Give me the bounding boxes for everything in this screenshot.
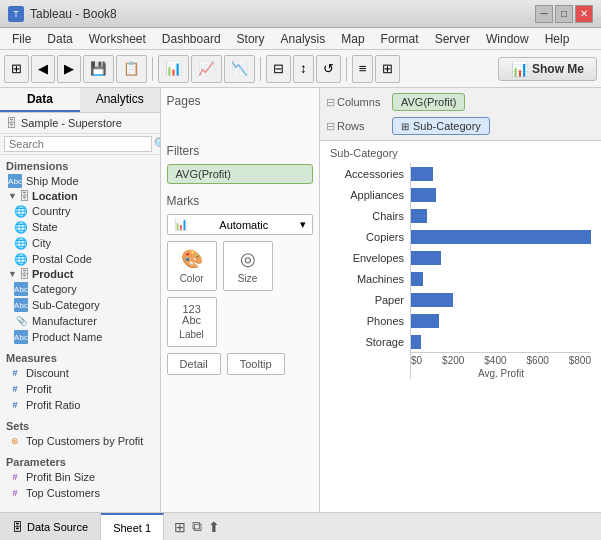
dimensions-header: Dimensions xyxy=(6,157,154,173)
right-panel: ⊟ Columns AVG(Profit) ⊟ Rows ⊞ Sub-Categ… xyxy=(320,88,601,512)
tab-data[interactable]: Data xyxy=(0,88,80,112)
tab-data-source[interactable]: 🗄 Data Source xyxy=(0,513,101,540)
group-location-icon: 🗄 xyxy=(19,190,30,202)
toolbar-export-btn[interactable]: 📋 xyxy=(116,55,147,83)
filter-pill[interactable]: AVG(Profit) xyxy=(167,164,313,184)
field-top-customers-param[interactable]: # Top Customers xyxy=(6,485,154,501)
status-icons: ⊞ ⧉ ⬆ xyxy=(164,518,230,535)
menu-dashboard[interactable]: Dashboard xyxy=(154,30,229,48)
field-sub-category[interactable]: Abc Sub-Category xyxy=(12,297,154,313)
field-ship-mode[interactable]: Abc Ship Mode xyxy=(6,173,154,189)
menu-map[interactable]: Map xyxy=(333,30,372,48)
toolbar-refresh-btn[interactable]: ↺ xyxy=(316,55,341,83)
window-controls[interactable]: ─ □ ✕ xyxy=(535,5,593,23)
marks-icon: 📊 xyxy=(174,218,188,231)
group-product-icon: 🗄 xyxy=(19,268,30,280)
marks-type-dropdown[interactable]: 📊 Automatic ▾ xyxy=(167,214,313,235)
toolbar-back-btn[interactable]: ◀ xyxy=(31,55,55,83)
field-country[interactable]: 🌐 Country xyxy=(12,203,154,219)
size-button[interactable]: ◎ Size xyxy=(223,241,273,291)
menu-story[interactable]: Story xyxy=(229,30,273,48)
bar-phones xyxy=(411,310,591,331)
toolbar-chart-btn[interactable]: 📊 xyxy=(158,55,189,83)
menu-window[interactable]: Window xyxy=(478,30,537,48)
set-icon: ⊛ xyxy=(8,434,22,448)
data-source-name[interactable]: Sample - Superstore xyxy=(21,117,122,129)
group-product[interactable]: ▼ 🗄 Product xyxy=(6,267,154,281)
bar-appliances-fill xyxy=(411,188,436,202)
duplicate-sheet-icon[interactable]: ⧉ xyxy=(192,518,202,535)
field-category[interactable]: Abc Category xyxy=(12,281,154,297)
field-manufacturer[interactable]: 📎 Manufacturer xyxy=(12,313,154,329)
pages-label: Pages xyxy=(167,94,313,108)
bar-paper xyxy=(411,289,591,310)
field-top-customers[interactable]: ⊛ Top Customers by Profit xyxy=(6,433,154,449)
field-discount[interactable]: # Discount xyxy=(6,365,154,381)
tab-sheet1[interactable]: Sheet 1 xyxy=(101,513,164,540)
export-sheet-icon[interactable]: ⬆ xyxy=(208,519,220,535)
menu-analysis[interactable]: Analysis xyxy=(273,30,334,48)
chart-bars-container: $0 $200 $400 $600 $800 Avg. Profit xyxy=(410,163,591,379)
hash-icon: # xyxy=(8,470,22,484)
columns-pill[interactable]: AVG(Profit) xyxy=(392,93,465,111)
menu-server[interactable]: Server xyxy=(427,30,478,48)
label-copiers: Copiers xyxy=(330,226,410,247)
x-axis: $0 $200 $400 $600 $800 xyxy=(411,352,591,368)
color-button[interactable]: 🎨 Color xyxy=(167,241,217,291)
toolbar-chart3-btn[interactable]: 📉 xyxy=(224,55,255,83)
toolbar-forward-btn[interactable]: ▶ xyxy=(57,55,81,83)
field-state[interactable]: 🌐 State xyxy=(12,219,154,235)
hash-icon: # xyxy=(8,398,22,412)
label-button[interactable]: 123Abc Label xyxy=(167,297,217,347)
close-button[interactable]: ✕ xyxy=(575,5,593,23)
field-product-name[interactable]: Abc Product Name xyxy=(12,329,154,345)
toolbar-sep1 xyxy=(152,57,153,81)
bar-envelopes xyxy=(411,247,591,268)
maximize-button[interactable]: □ xyxy=(555,5,573,23)
detail-button[interactable]: Detail xyxy=(167,353,221,375)
data-source-label: 🗄 Sample - Superstore xyxy=(0,113,160,134)
field-profit-ratio[interactable]: # Profit Ratio xyxy=(6,397,154,413)
dropdown-arrow-icon: ▾ xyxy=(300,218,306,231)
tab-analytics[interactable]: Analytics xyxy=(80,88,160,112)
size-icon: ◎ xyxy=(240,248,256,270)
toolbar-chart2-btn[interactable]: 📈 xyxy=(191,55,222,83)
geo-icon: 🌐 xyxy=(14,252,28,266)
field-profit[interactable]: # Profit xyxy=(6,381,154,397)
field-postal-code[interactable]: 🌐 Postal Code xyxy=(12,251,154,267)
menu-file[interactable]: File xyxy=(4,30,39,48)
menu-worksheet[interactable]: Worksheet xyxy=(81,30,154,48)
menu-data[interactable]: Data xyxy=(39,30,80,48)
toolbar-sort-btn[interactable]: ↕ xyxy=(293,55,314,83)
field-profit-bin-size[interactable]: # Profit Bin Size xyxy=(6,469,154,485)
tooltip-button[interactable]: Tooltip xyxy=(227,353,285,375)
field-city[interactable]: 🌐 City xyxy=(12,235,154,251)
menu-help[interactable]: Help xyxy=(537,30,578,48)
toolbar-label-btn[interactable]: ≡ xyxy=(352,55,374,83)
bar-copiers xyxy=(411,226,591,247)
toolbar-home-btn[interactable]: ⊞ xyxy=(4,55,29,83)
toolbar-filter-btn[interactable]: ⊟ xyxy=(266,55,291,83)
group-location[interactable]: ▼ 🗄 Location xyxy=(6,189,154,203)
rows-pill-label: Sub-Category xyxy=(413,120,481,132)
show-me-button[interactable]: 📊 Show Me xyxy=(498,57,597,81)
abc-icon: Abc xyxy=(14,330,28,344)
panel-tabs: Data Analytics xyxy=(0,88,160,113)
geo-icon: 🌐 xyxy=(14,220,28,234)
toolbar: ⊞ ◀ ▶ 💾 📋 📊 📈 📉 ⊟ ↕ ↺ ≡ ⊞ 📊 Show Me xyxy=(0,50,601,88)
marks-buttons: 🎨 Color ◎ Size 123Abc Label xyxy=(167,241,313,347)
detail-row: Detail Tooltip xyxy=(167,353,313,375)
minimize-button[interactable]: ─ xyxy=(535,5,553,23)
bar-accessories xyxy=(411,163,591,184)
rows-pill[interactable]: ⊞ Sub-Category xyxy=(392,117,490,135)
show-me-label: Show Me xyxy=(532,62,584,76)
title-bar-left: T Tableau - Book8 xyxy=(8,6,117,22)
toolbar-save-btn[interactable]: 💾 xyxy=(83,55,114,83)
add-sheet-icon[interactable]: ⊞ xyxy=(174,519,186,535)
bar-accessories-fill xyxy=(411,167,433,181)
search-input[interactable] xyxy=(4,136,152,152)
toolbar-fix-btn[interactable]: ⊞ xyxy=(375,55,400,83)
marks-dropdown-label: Automatic xyxy=(219,219,268,231)
menu-format[interactable]: Format xyxy=(373,30,427,48)
rows-shelf: ⊟ Rows ⊞ Sub-Category xyxy=(326,114,595,138)
